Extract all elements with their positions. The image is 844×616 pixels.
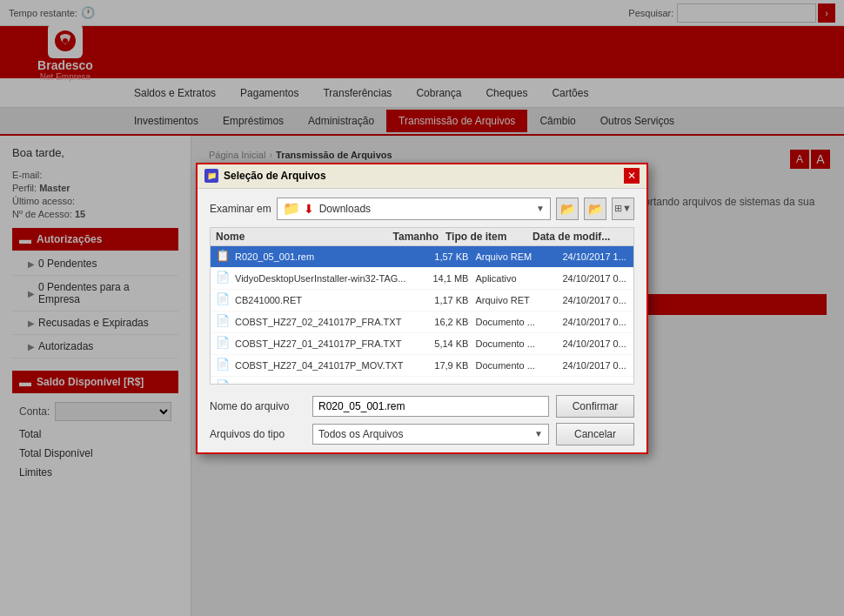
view-button[interactable]: ⊞▼: [612, 198, 634, 220]
file-size: 1,17 KB: [405, 295, 475, 305]
dialog-overlay: 📁 Seleção de Arquivos ✕ Examinar em 📁 ⬇ …: [191, 136, 844, 616]
go-up-button[interactable]: 📂: [556, 198, 579, 220]
cancelar-button[interactable]: Cancelar: [556, 423, 634, 445]
file-list-item[interactable]: 📄COBST_HZ27_02_241017P_FRA.TXT16,2 KBDoc…: [211, 311, 634, 333]
file-size: 14,1 MB: [405, 273, 475, 284]
file-date: 24/10/2017 0...: [562, 273, 634, 284]
col-tipo-header: Tipo de item: [445, 231, 533, 243]
file-icon: 📄: [216, 358, 231, 373]
file-list-item[interactable]: 📋R020_05_001.rem1,57 KBArquivo REM24/10/…: [211, 246, 634, 268]
nome-arquivo-label: Nome do arquivo: [210, 400, 305, 412]
file-selection-dialog: 📁 Seleção de Arquivos ✕ Examinar em 📁 ⬇ …: [196, 163, 648, 454]
file-name: CB241000.RET: [235, 295, 405, 305]
file-list-item[interactable]: 📄COBST HZ27 03 241017P MOV.TXT1,89 KBDoc…: [211, 377, 634, 385]
location-folder-icon: 📁: [283, 200, 300, 217]
file-name: COBST HZ27 03 241017P MOV.TXT: [235, 382, 405, 385]
dialog-titlebar: 📁 Seleção de Arquivos ✕: [198, 164, 646, 189]
nome-arquivo-input[interactable]: [312, 396, 549, 417]
file-date: 24/10/2017 0...: [562, 382, 634, 385]
file-size: 17,9 KB: [405, 360, 475, 371]
file-size: 16,2 KB: [405, 317, 475, 327]
arquivos-tipo-text: Todos os Arquivos: [318, 428, 534, 440]
file-type: Documento ...: [475, 338, 562, 349]
dialog-close-button[interactable]: ✕: [624, 168, 640, 184]
file-type: Documento ...: [475, 360, 562, 371]
file-list[interactable]: 📋R020_05_001.rem1,57 KBArquivo REM24/10/…: [210, 245, 634, 385]
file-list-item[interactable]: 📄COBST_HZ27_01_241017P_FRA.TXT5,14 KBDoc…: [211, 333, 634, 355]
file-name: COBST_HZ27_02_241017P_FRA.TXT: [235, 317, 405, 327]
confirmar-button[interactable]: Confirmar: [556, 395, 634, 418]
file-type: Aplicativo: [475, 273, 562, 284]
file-name: COBST_HZ27_04_241017P_MOV.TXT: [235, 360, 405, 371]
new-folder-button[interactable]: 📂: [584, 198, 606, 220]
file-type: Arquivo RET: [475, 295, 562, 305]
location-text: Downloads: [319, 203, 533, 215]
file-date: 24/10/2017 1...: [562, 251, 634, 262]
file-date: 24/10/2017 0...: [562, 338, 634, 349]
file-type: Arquivo REM: [475, 251, 562, 262]
col-data-header: Data de modif...: [533, 231, 628, 243]
col-tamanho-header: Tamanho: [376, 231, 445, 243]
chevron-down-icon: ▼: [536, 204, 545, 213]
location-selector[interactable]: 📁 ⬇ Downloads ▼: [277, 198, 551, 220]
arquivos-tipo-arrow: ▼: [534, 429, 543, 439]
file-icon: 📄: [216, 292, 231, 308]
file-date: 24/10/2017 0...: [562, 360, 634, 371]
file-icon: 📋: [216, 249, 231, 264]
file-date: 24/10/2017 0...: [562, 295, 634, 305]
file-type: Documento ...: [475, 382, 562, 385]
file-type: Documento ...: [475, 317, 562, 327]
file-date: 24/10/2017 0...: [562, 317, 634, 327]
file-size: 1,89 KB: [405, 382, 475, 385]
file-name: R020_05_001.rem: [235, 251, 405, 262]
file-name: COBST_HZ27_01_241017P_FRA.TXT: [235, 338, 405, 349]
arquivos-tipo-select[interactable]: Todos os Arquivos ▼: [312, 424, 549, 445]
file-size: 5,14 KB: [405, 338, 475, 349]
file-icon: 📄: [216, 379, 231, 385]
dialog-title: Seleção de Arquivos: [224, 170, 619, 182]
file-list-item[interactable]: 📄CB241000.RET1,17 KBArquivo RET24/10/201…: [211, 290, 634, 311]
col-nome-header-dialog: Nome: [216, 231, 376, 243]
file-name: VidyoDesktopUserInstaller-win32-TAG...: [235, 273, 405, 284]
dialog-icon: 📁: [204, 169, 218, 183]
examinar-label: Examinar em: [210, 203, 271, 215]
location-arrow-down: ⬇: [304, 202, 314, 216]
file-size: 1,57 KB: [405, 251, 475, 262]
file-list-item[interactable]: 📄COBST_HZ27_04_241017P_MOV.TXT17,9 KBDoc…: [211, 355, 634, 377]
file-icon: 📄: [216, 314, 231, 330]
file-icon: 📄: [216, 271, 231, 286]
arquivos-tipo-label: Arquivos do tipo: [210, 428, 305, 440]
file-list-item[interactable]: 📄VidyoDesktopUserInstaller-win32-TAG...1…: [211, 268, 634, 290]
file-icon: 📄: [216, 336, 231, 352]
